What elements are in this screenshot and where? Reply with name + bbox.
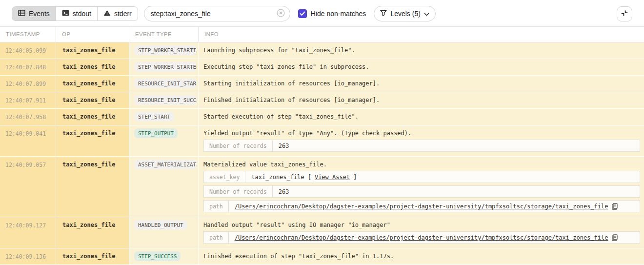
tab-stdout[interactable]: stdout [56, 6, 98, 21]
info-message: Starting initialization of resources [io… [203, 80, 640, 87]
table-row: 12:40:09.057taxi_zones_fileASSET_MATERIA… [0, 157, 644, 217]
metadata-value-text: taxi_zones_file [251, 174, 304, 181]
metadata-label: Number of records [204, 140, 273, 151]
event-log-rows: 12:40:05.099taxi_zones_fileSTEP_WORKER_S… [0, 42, 644, 265]
event-type-tag: HANDLED_OUTPUT [134, 220, 187, 230]
metadata-value: taxi_zones_file [View Asset] [245, 171, 362, 183]
terminal-icon [62, 10, 69, 18]
metadata-table: Number of records263 [203, 185, 640, 198]
copy-icon[interactable] [612, 203, 618, 210]
copy-icon[interactable] [612, 234, 618, 241]
metadata-value: 263 [273, 140, 295, 151]
timestamp-cell: 12:40:07.958 [0, 109, 56, 125]
metadata-table: asset_keytaxi_zones_file [View Asset] [203, 171, 640, 183]
log-toolbar: Events stdout stderr Hide non-matches [0, 0, 644, 26]
event-type-cell: HANDLED_OUTPUT [129, 217, 199, 248]
event-type-tag: STEP_START [134, 112, 174, 122]
event-type-cell: ASSET_MATERIALIZAT… [129, 157, 199, 217]
table-row: 12:40:07.848taxi_zones_fileSTEP_WORKER_S… [0, 59, 644, 76]
clear-search-icon[interactable] [277, 9, 285, 19]
event-type-cell: STEP_SUCCESS [129, 248, 199, 265]
tab-stdout-label: stdout [73, 10, 91, 18]
hide-non-matches-checkbox[interactable] [298, 9, 307, 18]
timestamp-cell: 12:40:07.911 [0, 92, 56, 109]
path-link[interactable]: /Users/erincochran/Desktop/dagster-examp… [235, 203, 608, 210]
levels-filter-button[interactable]: Levels (5) [374, 6, 435, 21]
event-type-cell: STEP_WORKER_STARTI… [129, 42, 199, 59]
info-cell: Starting initialization of resources [io… [199, 76, 644, 92]
collapse-panel-button[interactable] [617, 6, 632, 21]
search-input[interactable] [151, 10, 277, 18]
event-type-tag: STEP_WORKER_STARTI… [134, 45, 197, 55]
event-log-header: TIMESTAMP OP EVENT TYPE INFO [0, 26, 644, 42]
info-cell: Finished execution of step "taxi_zones_f… [199, 248, 644, 265]
info-message: Started execution of step "taxi_zones_fi… [203, 113, 640, 121]
log-view-tabs: Events stdout stderr [12, 6, 138, 21]
tab-stderr[interactable]: stderr [97, 6, 138, 21]
log-filter-searchbox [144, 6, 290, 21]
info-message: Materialized value taxi_zones_file. [203, 161, 640, 168]
info-cell: Started execution of step "taxi_zones_fi… [199, 109, 644, 125]
op-cell: taxi_zones_file [56, 125, 129, 157]
header-op: OP [56, 27, 129, 42]
event-type-cell: RESOURCE_INIT_SUCC… [129, 92, 199, 109]
tab-events-label: Events [29, 10, 50, 18]
view-asset-link[interactable]: View Asset [315, 174, 350, 181]
info-cell: Handled output "result" using IO manager… [199, 217, 644, 248]
table-row: 12:40:07.958taxi_zones_fileSTEP_STARTSta… [0, 109, 644, 125]
tab-events[interactable]: Events [12, 6, 56, 21]
info-message: Launching subprocess for "taxi_zones_fil… [203, 46, 640, 54]
path-link[interactable]: /Users/erincochran/Desktop/dagster-examp… [235, 234, 608, 241]
metadata-value: /Users/erincochran/Desktop/dagster-examp… [229, 232, 624, 243]
event-type-tag: ASSET_MATERIALIZAT… [134, 160, 197, 169]
info-message: Finished execution of step "taxi_zones_f… [203, 252, 640, 260]
info-cell: Finished initialization of resources [io… [199, 92, 644, 109]
op-cell: taxi_zones_file [56, 248, 129, 265]
info-cell: Yielded output "result" of type "Any". (… [199, 125, 644, 157]
metadata-label: asset_key [204, 171, 245, 183]
event-type-tag: RESOURCE_INIT_SUCC… [134, 95, 197, 105]
event-type-tag: RESOURCE_INIT_STAR… [134, 79, 197, 88]
op-cell: taxi_zones_file [56, 217, 129, 248]
timestamp-cell: 12:40:05.099 [0, 42, 56, 59]
info-cell: Launching subprocess for "taxi_zones_fil… [199, 42, 644, 59]
timestamp-cell: 12:40:09.057 [0, 157, 56, 217]
event-type-cell: STEP_OUTPUT [129, 125, 199, 157]
metadata-table: path/Users/erincochran/Desktop/dagster-e… [203, 231, 640, 244]
timestamp-cell: 12:40:07.899 [0, 76, 56, 92]
metadata-label: path [204, 232, 229, 243]
view-asset-bracket: [ [308, 174, 311, 181]
table-row: 12:40:09.136taxi_zones_fileSTEP_SUCCESSF… [0, 248, 644, 265]
metadata-value-text: 263 [279, 188, 289, 195]
event-type-tag: STEP_WORKER_STARTED [134, 62, 197, 72]
op-cell: taxi_zones_file [56, 157, 129, 217]
table-row: 12:40:05.099taxi_zones_fileSTEP_WORKER_S… [0, 42, 644, 59]
op-cell: taxi_zones_file [56, 109, 129, 125]
hide-non-matches-label: Hide non-matches [311, 10, 366, 18]
header-event-type: EVENT TYPE [129, 27, 199, 42]
table-row: 12:40:07.899taxi_zones_fileRESOURCE_INIT… [0, 76, 644, 92]
info-message: Finished initialization of resources [io… [203, 96, 640, 104]
metadata-table: path/Users/erincochran/Desktop/dagster-e… [203, 200, 640, 212]
chevron-down-icon [424, 10, 429, 18]
view-asset-bracket: ] [353, 174, 357, 181]
timestamp-cell: 12:40:07.848 [0, 59, 56, 76]
op-cell: taxi_zones_file [56, 76, 129, 92]
metadata-value: 263 [273, 186, 295, 197]
table-row: 12:40:07.911taxi_zones_fileRESOURCE_INIT… [0, 92, 644, 109]
op-cell: taxi_zones_file [56, 42, 129, 59]
info-cell: Executing step "taxi_zones_file" in subp… [199, 59, 644, 76]
header-timestamp: TIMESTAMP [0, 27, 56, 42]
metadata-label: path [204, 201, 229, 212]
op-cell: taxi_zones_file [56, 59, 129, 76]
collapse-icon [621, 10, 628, 18]
table-row: 12:40:09.127taxi_zones_fileHANDLED_OUTPU… [0, 217, 644, 248]
table-icon [18, 10, 25, 18]
event-type-cell: STEP_WORKER_STARTED [129, 59, 199, 76]
header-info: INFO [199, 27, 644, 42]
event-type-tag: STEP_SUCCESS [134, 251, 181, 261]
timestamp-cell: 12:40:09.136 [0, 248, 56, 265]
info-message: Handled output "result" using IO manager… [203, 221, 640, 229]
info-message: Executing step "taxi_zones_file" in subp… [203, 63, 640, 71]
tab-stderr-label: stderr [114, 10, 132, 18]
